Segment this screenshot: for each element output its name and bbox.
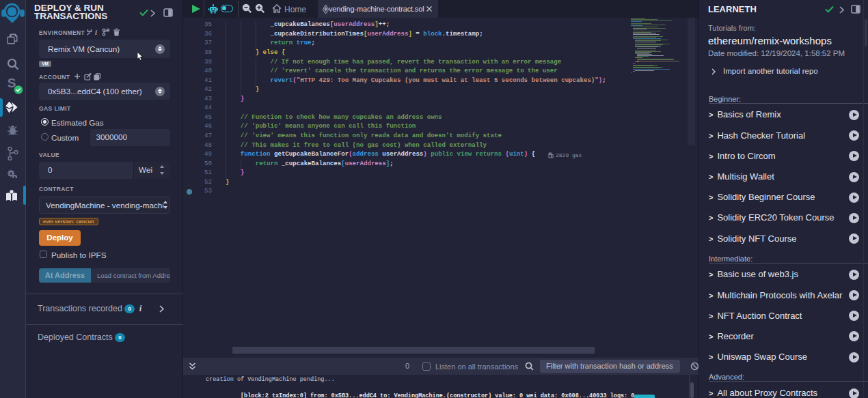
- svg-text:i: i: [95, 29, 98, 36]
